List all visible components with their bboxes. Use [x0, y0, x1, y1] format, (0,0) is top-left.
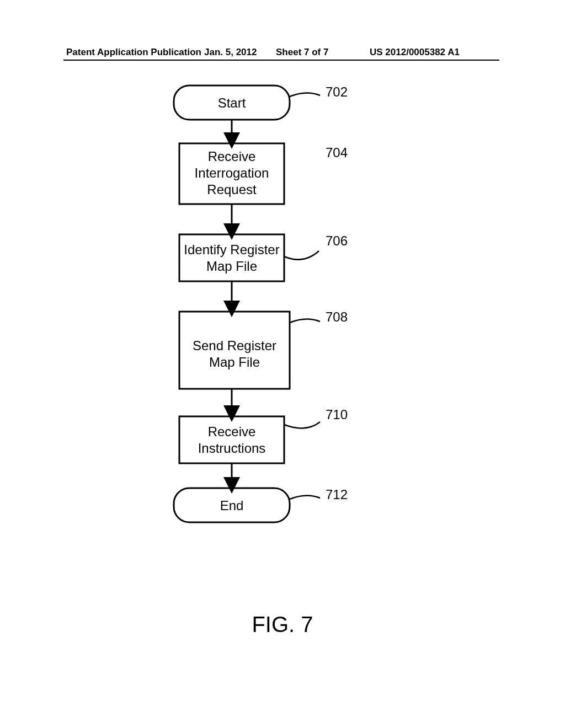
leader-710 [284, 422, 320, 428]
node-706-line2: Map File [206, 259, 257, 274]
leader-708 [290, 319, 320, 323]
sheet-number: Sheet 7 of 7 [276, 47, 328, 58]
svg-rect-2 [179, 234, 284, 281]
node-704-line2: Interrogation [195, 165, 269, 180]
node-706-line1: Identify Register [184, 242, 279, 257]
header-rule [63, 60, 499, 61]
node-start: Start [174, 85, 290, 120]
ref-702: 702 [326, 84, 348, 99]
node-end-label: End [220, 498, 244, 513]
ref-710: 710 [326, 407, 348, 422]
ref-708: 708 [326, 309, 348, 324]
leader-712 [290, 495, 320, 499]
node-708-line1: Send Register [193, 338, 276, 353]
leader-706 [284, 251, 319, 260]
node-708-line2: Map File [209, 355, 260, 370]
ref-706: 706 [326, 233, 348, 248]
node-710-line2: Instructions [198, 441, 266, 456]
node-710-line1: Receive [208, 424, 256, 439]
node-start-label: Start [218, 95, 246, 110]
node-704-line3: Request [207, 182, 257, 197]
node-identify-map: Identify Register Map File [179, 234, 284, 281]
node-704-line1: Receive [208, 149, 256, 164]
flowchart-diagram: Start 702 Receive Interrogation Request … [0, 80, 565, 540]
node-end: End [174, 488, 290, 522]
figure-label: FIG. 7 [0, 612, 565, 637]
leader-702 [290, 93, 320, 97]
node-receive-instr: Receive Instructions [179, 416, 284, 463]
ref-704: 704 [326, 145, 348, 160]
pub-number: US 2012/0005382 A1 [370, 47, 460, 58]
node-receive-request: Receive Interrogation Request [179, 143, 284, 204]
pub-type: Patent Application Publication [66, 47, 201, 58]
pub-date: Jan. 5, 2012 [204, 47, 257, 58]
ref-712: 712 [326, 487, 348, 502]
svg-rect-4 [179, 416, 284, 463]
node-send-map: Send Register Map File [179, 312, 290, 389]
